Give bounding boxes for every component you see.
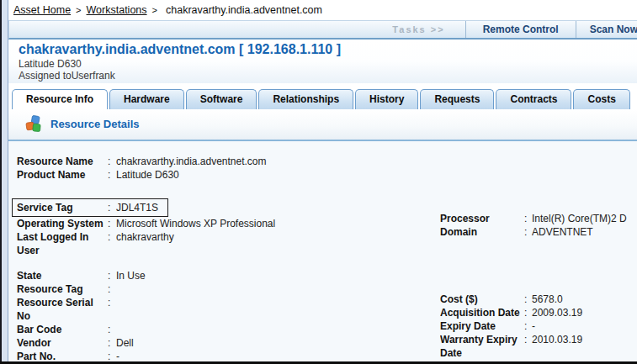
field-row-last-logged-in-user: Last Logged In User:chakravarthy [17,230,421,257]
tab-requests[interactable]: Requests [420,89,494,109]
product-name-text: Latitude D630 [19,58,637,70]
tab-relationships[interactable]: Relationships [258,89,353,109]
field-label: Last Logged In User [17,230,108,257]
field-value: Microsoft Windows XP Professional [116,217,275,230]
field-label: Processor [440,212,524,225]
tab-costs[interactable]: Costs [573,89,629,109]
section-title: Resource Details [50,109,140,140]
window-border-left [0,0,2,364]
breadcrumb: Asset Home>Workstations>chakravarthy.ind… [13,3,322,18]
tab-bar: Resource Info Hardware Software Relation… [12,89,630,109]
field-value: 2010.03.19 [532,333,582,360]
field-value: JDL4T1S [116,201,158,214]
field-row-state: State:In Use [17,269,421,282]
field-row-resource-name: Resource Name:chakravarthy.india.adventn… [17,155,421,168]
field-value: Dell [116,336,134,350]
field-colon: : [108,230,116,257]
assigned-user-text: Assigned toUserfrank [19,70,637,82]
field-row-bar-code: Bar Code: [17,323,421,336]
field-value: chakravarthy.india.adventnet.com [116,155,267,168]
field-row-domain: Domain:ADVENTNET [440,225,635,239]
remote-control-button[interactable]: Remote Control [466,21,576,38]
field-label: Vendor [17,336,108,350]
field-label: Resource Tag [17,282,108,296]
tab-software[interactable]: Software [186,89,257,109]
field-value: 2009.03.19 [532,306,582,319]
field-row-warranty-expiry-date: Warranty Expiry Date:2010.03.19 [440,333,635,360]
field-label: Resource Name [17,155,108,168]
field-colon: : [108,296,116,323]
breadcrumb-separator: > [76,5,81,15]
field-label: Acquisition Date [440,306,524,319]
tab-history[interactable]: History [355,89,418,109]
breadcrumb-separator: > [152,5,157,15]
field-label: Expiry Date [440,319,524,333]
field-row-resource-tag: Resource Tag: [17,282,421,296]
field-label: Resource Serial No [17,296,108,323]
field-colon: : [108,323,116,336]
field-row-expiry-date: Expiry Date:- [440,319,635,333]
tasks-button[interactable]: Tasks >> [372,21,464,38]
field-value: Latitude D630 [116,168,179,182]
page-title: chakravarthy.india.adventnet.com [ 192.1… [19,42,637,57]
field-row-vendor: Vendor:Dell [17,336,421,350]
breadcrumb-asset-home-link[interactable]: Asset Home [13,4,71,16]
section-header: Resource Details [8,109,637,141]
field-colon: : [524,333,532,360]
field-value: chakravarthy [116,230,174,257]
field-colon: : [108,217,116,230]
field-label: Operating System [17,217,108,230]
field-colon: : [108,201,116,214]
field-label: Domain [440,225,524,239]
field-colon: : [108,168,116,182]
asset-details-page: Asset Home>Workstations>chakravarthy.ind… [0,0,637,364]
field-colon: : [108,282,116,296]
field-row-cost: Cost ($):5678.0 [440,293,635,306]
tab-resource-info[interactable]: Resource Info [12,89,108,109]
field-value: 5678.0 [532,293,563,306]
field-row-acquisition-date: Acquisition Date:2009.03.19 [440,306,635,319]
field-row-processor: Processor:Intel(R) Core(TM)2 D [440,212,635,225]
tab-hardware[interactable]: Hardware [109,89,184,109]
field-value: - [532,319,535,333]
field-colon: : [524,319,532,333]
field-label: State [17,269,108,282]
field-label: Bar Code [17,323,108,336]
field-label: Cost ($) [440,293,524,306]
field-label: Service Tag [17,201,108,214]
field-value: Intel(R) Core(TM)2 D [532,212,627,225]
resource-details-icon [25,115,44,134]
scan-now-button[interactable]: Scan Now [576,21,637,38]
details-right-column: Processor:Intel(R) Core(TM)2 D Domain:AD… [440,212,635,360]
field-colon: : [108,336,116,350]
field-value: ADVENTNET [532,225,593,239]
field-colon: : [108,269,116,282]
tab-contracts[interactable]: Contracts [496,89,571,109]
field-colon: : [108,155,116,168]
details-left-column: Resource Name:chakravarthy.india.adventn… [17,155,421,364]
field-colon: : [524,212,532,225]
breadcrumb-workstations-link[interactable]: Workstations [87,4,147,16]
field-row-operating-system: Operating System:Microsoft Windows XP Pr… [17,217,421,230]
field-row-resource-serial-no: Resource Serial No: [17,296,421,323]
asset-header: chakravarthy.india.adventnet.com [ 192.1… [8,40,637,83]
field-value: In Use [116,269,146,282]
field-colon: : [524,225,532,239]
toolbar: Tasks >> Remote Control Scan Now [8,20,637,40]
field-label: Product Name [17,168,108,182]
field-label: Warranty Expiry Date [440,333,524,360]
left-scroll-strip[interactable] [2,0,8,361]
field-colon: : [524,293,532,306]
breadcrumb-current: chakravarthy.india.adventnet.com [166,4,322,16]
field-colon: : [524,306,532,319]
field-row-service-tag-highlighted: Service Tag:JDL4T1S [12,198,168,217]
field-row-product-name: Product Name:Latitude D630 [17,168,421,182]
